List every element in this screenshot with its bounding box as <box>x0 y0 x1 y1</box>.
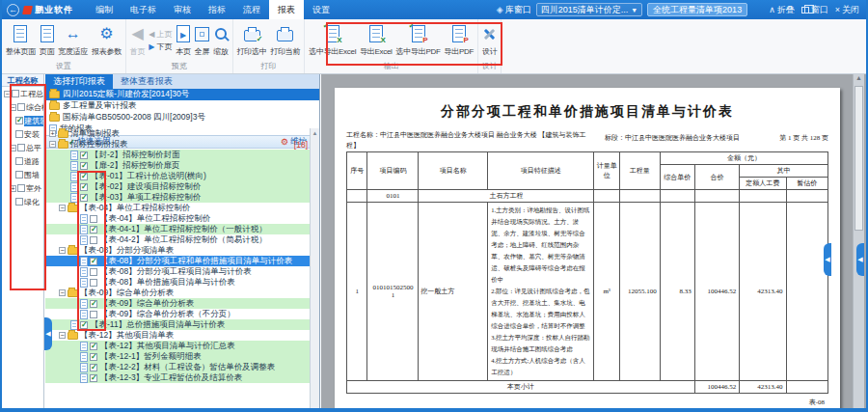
menu-item-5[interactable]: 报表 <box>269 0 304 19</box>
expander-icon[interactable]: − <box>59 247 66 254</box>
report-tree-scrollbar[interactable]: ▲ <box>310 128 319 408</box>
menu-item-2[interactable]: 审核 <box>165 0 200 19</box>
library-dropdown[interactable]: 四川2015清单计价定...▼ <box>536 3 642 16</box>
menu-item-4[interactable]: 流程 <box>234 0 269 19</box>
ribbon-button-home[interactable]: ◀首页 <box>128 21 147 57</box>
report-checkbox[interactable] <box>90 268 97 276</box>
report-checkbox[interactable] <box>90 215 97 223</box>
report-checkbox[interactable] <box>90 311 97 318</box>
tree-report-row[interactable]: 【表-11】总价措施项目清单与计价表 <box>45 319 310 330</box>
tree-report-row[interactable]: 【表-04】单位工程招标控制价 <box>45 213 310 224</box>
ribbon-button-page-full[interactable]: 整体页面 <box>4 21 38 57</box>
expander-icon[interactable]: − <box>49 141 56 148</box>
tree-folder-row[interactable]: −【表-08】分部分项清单表 <box>45 245 310 256</box>
ribbon-button-pdf[interactable]: P导出PDF <box>443 21 476 57</box>
report-checkbox[interactable] <box>80 151 88 159</box>
expander-icon[interactable]: + <box>49 130 56 137</box>
ribbon-button-pdf-check[interactable]: P✓选中导出PDF <box>394 21 443 57</box>
expander-icon[interactable]: − <box>59 205 66 211</box>
menu-item-1[interactable]: 电子标 <box>122 0 165 19</box>
project-tree-item[interactable]: −综合楼 <box>2 100 43 114</box>
project-tree-item[interactable]: 绿化 <box>2 195 43 208</box>
ribbon-button-printer[interactable]: 打印当前 <box>268 21 302 57</box>
report-checkbox[interactable] <box>90 226 97 233</box>
tree-report-row[interactable]: 【表-09】综合单价分析表 <box>45 298 310 309</box>
ribbon-button-design[interactable]: 设计 <box>480 21 499 57</box>
ribbon-button-page[interactable]: 页面 <box>38 21 56 57</box>
library-item-1[interactable]: 多工程量及审计报表 <box>45 100 319 112</box>
close-button[interactable]: ×关闭 <box>835 4 859 16</box>
report-checkbox[interactable] <box>90 343 97 350</box>
tree-report-row[interactable]: 【表-02】建设项目招标控制价 <box>45 181 310 192</box>
window-button[interactable]: 窗口 <box>801 4 828 16</box>
tree-report-row[interactable]: 【封-2】招标控制价封面 <box>45 150 310 160</box>
ribbon-button-width-fit[interactable]: ↔宽度适应 <box>56 21 90 57</box>
expander-icon[interactable]: + <box>10 185 16 192</box>
ribbon-button-excel-check[interactable]: X✓选中导出Excel <box>307 21 358 57</box>
tree-report-row[interactable]: 【表-08】分部分项工程项目清单与计价表 <box>45 266 310 277</box>
project-checkbox[interactable] <box>15 198 23 206</box>
collapse-right-edge-handle[interactable]: ◀ <box>856 243 864 276</box>
ribbon-button-zoom[interactable]: 缩放 <box>211 21 230 57</box>
tree-report-row[interactable]: 【表-08】单价措施项目清单与计价表 <box>45 277 310 288</box>
library-item-0[interactable]: 四川2015定额-川建价发[2014]30号 <box>45 89 319 100</box>
tree-folder-row[interactable]: −【表-04】单位工程招标控制价 <box>45 203 310 213</box>
expander-icon[interactable]: − <box>59 332 66 339</box>
expander-icon[interactable]: − <box>10 145 16 151</box>
tree-report-row[interactable]: 【表-04-2】单位工程招标控制价（简易计税） <box>45 234 310 245</box>
project-checkbox[interactable] <box>15 117 23 124</box>
menu-item-3[interactable]: 指标 <box>200 0 234 19</box>
expander-icon[interactable]: − <box>59 289 66 296</box>
report-checkbox[interactable] <box>80 194 88 202</box>
tree-report-row[interactable]: 【表-12】其他项目清单与计价汇总表 <box>45 341 310 351</box>
library-highlight[interactable]: 全统工程量清单项2013 <box>647 3 747 16</box>
collapse-panel-handle[interactable]: ◀ <box>44 317 52 350</box>
scrollbar-thumb[interactable] <box>854 86 863 231</box>
tree-report-row[interactable]: 【表-04-1】单位工程招标控制价（一般计税） <box>45 224 310 234</box>
report-checkbox[interactable] <box>90 353 97 361</box>
report-checkbox[interactable] <box>90 236 97 244</box>
report-checkbox[interactable] <box>80 162 88 170</box>
project-checkbox[interactable] <box>15 157 23 165</box>
project-checkbox[interactable] <box>17 103 25 111</box>
collapse-preview-handle[interactable]: ◀ <box>824 243 831 276</box>
tree-report-row[interactable]: 【表-03】单项工程招标控制价 <box>45 192 310 203</box>
tree-report-row[interactable]: 【表-12-3】专业工程暂估价及结算价表 <box>45 372 310 383</box>
scroll-up-icon[interactable]: ▲ <box>854 74 864 81</box>
project-checkbox[interactable] <box>15 130 23 138</box>
tree-report-row[interactable]: 【表-08】分部分项工程和单价措施项目清单与计价表 <box>45 256 310 266</box>
library-item-2[interactable]: 国标清单GB50500-2008 四川[2009]3号 <box>45 112 319 124</box>
tree-report-row[interactable]: 【表-09】综合单价分析表（不分页） <box>45 309 310 319</box>
report-checkbox[interactable] <box>80 321 88 329</box>
report-checkbox[interactable] <box>80 183 88 191</box>
ribbon-button-gear[interactable]: ⚙报表参数 <box>90 21 123 57</box>
tree-report-row[interactable]: 【表-12-1】暂列金额明细表 <box>45 351 310 362</box>
report-checkbox[interactable] <box>80 173 88 180</box>
tab-select-print-reports[interactable]: 选择打印报表 <box>45 74 113 89</box>
report-checkbox[interactable] <box>90 374 97 382</box>
tree-folder-row[interactable]: −【表-12】其他项目清单表 <box>45 330 310 341</box>
menu-item-6[interactable]: 设置 <box>304 0 339 19</box>
tree-report-row[interactable]: 【扉-2】招标控制价扉页 <box>45 160 310 171</box>
tab-view-all-reports[interactable]: 整体查看报表 <box>113 74 180 89</box>
project-tree-item[interactable]: 围墙 <box>2 168 43 181</box>
project-checkbox[interactable] <box>15 171 23 179</box>
ribbon-button-page-current[interactable]: ▶本页 <box>174 21 192 57</box>
project-tree-item[interactable]: −总平 <box>2 141 43 154</box>
back-button[interactable]: ← <box>7 4 19 16</box>
report-checkbox[interactable] <box>90 300 97 308</box>
ribbon-button-excel[interactable]: X导出Excel <box>358 21 393 57</box>
project-checkbox[interactable] <box>12 90 19 97</box>
tree-folder-row[interactable]: +清单编制报表 <box>45 128 310 139</box>
tree-folder-row[interactable]: −招标控制价报表[18] <box>45 139 310 150</box>
project-tree-item[interactable]: +室外 <box>2 181 43 195</box>
project-checkbox[interactable] <box>17 144 25 151</box>
project-tree-item[interactable]: 建筑装饰 <box>2 114 43 127</box>
report-checkbox[interactable] <box>90 364 97 371</box>
tree-folder-row[interactable]: −【表-09】综合单价分析表 <box>45 288 310 298</box>
project-tree-item[interactable]: −工程总造 <box>2 87 43 100</box>
ribbon-button-prev[interactable]: ◀上页 <box>147 28 174 41</box>
collapse-ribbon-button[interactable]: ∧折叠 <box>769 4 795 16</box>
expander-icon[interactable]: − <box>4 91 11 97</box>
report-checkbox[interactable] <box>90 258 97 265</box>
